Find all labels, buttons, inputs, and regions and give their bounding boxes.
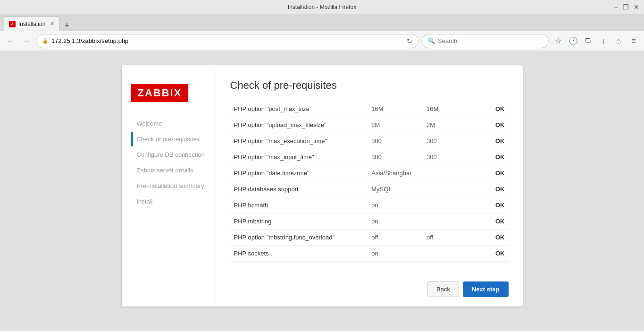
nav-icons: ☆ 🕐 🛡 ↓ ⌂ ≡ [552, 34, 640, 48]
row-required: 300 [368, 149, 423, 165]
browser-window: Installation - Mozilla Firefox – ❐ ✕ Z I… [0, 0, 644, 332]
sidebar-step-db: Configure DB connection [131, 147, 206, 162]
table-row: PHP option "mbstring.func_overload" off … [230, 230, 509, 246]
row-required: on [368, 197, 423, 213]
row-name: PHP gd [230, 262, 368, 267]
close-button[interactable]: ✕ [634, 3, 639, 11]
sidebar-step-install: Install [131, 194, 206, 209]
tab-label: Installation [18, 21, 45, 27]
row-status: OK [478, 133, 509, 149]
search-bar[interactable]: 🔍 [421, 34, 549, 48]
row-current: 300 [423, 133, 478, 149]
title-bar: Installation - Mozilla Firefox – ❐ ✕ [0, 0, 644, 14]
row-name: PHP databases support [230, 181, 368, 197]
bookmark-icon[interactable]: ☆ [552, 34, 565, 48]
row-name: PHP mbstring [230, 213, 368, 230]
prereq-table: PHP option "post_max_size" 16M 16M OK PH… [230, 101, 509, 266]
download-icon[interactable]: ↓ [597, 34, 610, 48]
row-current [423, 213, 478, 230]
home-icon[interactable]: ⌂ [612, 34, 625, 48]
table-row: PHP option "upload_max_filesize" 2M 2M O… [230, 117, 509, 133]
row-current: off [423, 230, 478, 246]
tab-bar: Z Installation ✕ + [0, 14, 644, 31]
table-row: PHP mbstring on OK [230, 213, 509, 230]
table-row: PHP option "max_input_time" 300 300 OK [230, 149, 509, 165]
search-input[interactable] [438, 37, 543, 44]
search-icon: 🔍 [427, 37, 435, 44]
row-current [423, 165, 478, 181]
installation-tab[interactable]: Z Installation ✕ [4, 17, 59, 31]
row-current: 16M [423, 101, 478, 117]
row-name: PHP bcmath [230, 197, 368, 213]
panel-title: Check of pre-requisites [230, 79, 509, 92]
sidebar-steps: Welcome Check of pre-requisites Configur… [131, 116, 206, 209]
sidebar-step-prereq: Check of pre-requisites [131, 132, 206, 146]
row-current [423, 197, 478, 213]
sidebar-step-welcome: Welcome [131, 116, 206, 131]
table-row: PHP bcmath on OK [230, 197, 509, 213]
panel-footer: Back Next step [230, 276, 509, 297]
back-button[interactable]: Back [427, 281, 459, 297]
row-required: MySQL [368, 181, 423, 197]
back-button[interactable]: ← [4, 34, 17, 48]
main-panel: Check of pre-requisites PHP option "post… [216, 65, 523, 306]
row-status: OK [478, 246, 509, 262]
lock-icon: 🔒 [42, 38, 49, 44]
table-row: PHP option "date.timezone" Asia/Shanghai… [230, 165, 509, 181]
restore-button[interactable]: ❐ [623, 3, 629, 11]
zabbix-logo: ZABBIX [131, 84, 189, 102]
table-row: PHP gd 2.1.0 2.0 OK [230, 262, 509, 267]
url-input[interactable] [51, 37, 404, 44]
new-tab-button[interactable]: + [62, 21, 71, 31]
row-name: PHP option "max_execution_time" [230, 133, 368, 149]
next-step-button[interactable]: Next step [463, 281, 509, 297]
row-required: 16M [368, 101, 423, 117]
sidebar-step-summary: Pre-installation summary [131, 179, 206, 193]
row-required: Asia/Shanghai [368, 165, 423, 181]
shield-icon[interactable]: 🛡 [582, 34, 595, 48]
tab-close-button[interactable]: ✕ [50, 21, 54, 27]
row-status: OK [478, 101, 509, 117]
window-title: Installation - Mozilla Firefox [288, 4, 356, 10]
history-icon[interactable]: 🕐 [567, 34, 580, 48]
row-status: OK [478, 165, 509, 181]
table-row: PHP databases support MySQL OK [230, 181, 509, 197]
row-current: 2.0 [423, 262, 478, 267]
table-row: PHP option "post_max_size" 16M 16M OK [230, 101, 509, 117]
reload-button[interactable]: ↻ [407, 37, 412, 45]
row-status: OK [478, 149, 509, 165]
row-name: PHP option "mbstring.func_overload" [230, 230, 368, 246]
minimize-button[interactable]: – [614, 3, 618, 11]
table-row: PHP option "max_execution_time" 300 300 … [230, 133, 509, 149]
row-current [423, 246, 478, 262]
row-name: PHP option "post_max_size" [230, 101, 368, 117]
sidebar: ZABBIX Welcome Check of pre-requisites C… [122, 65, 216, 306]
status-bar: https://blog.csdn.net/Cajasjasmine/ [0, 330, 644, 332]
main-content: ZABBIX Welcome Check of pre-requisites C… [0, 51, 644, 330]
row-required: 300 [368, 133, 423, 149]
address-bar[interactable]: 🔒 ↻ [36, 34, 418, 48]
tab-favicon: Z [9, 21, 16, 27]
row-name: PHP option "max_input_time" [230, 149, 368, 165]
row-name: PHP option "upload_max_filesize" [230, 117, 368, 133]
row-status: OK [478, 181, 509, 197]
row-required: on [368, 246, 423, 262]
row-status: OK [478, 197, 509, 213]
row-current: 300 [423, 149, 478, 165]
row-current [423, 181, 478, 197]
row-status: OK [478, 117, 509, 133]
row-current: 2M [423, 117, 478, 133]
sidebar-step-server: Zabbix server details [131, 163, 206, 178]
prereq-table-container[interactable]: PHP option "post_max_size" 16M 16M OK PH… [230, 101, 509, 266]
row-required: off [368, 230, 423, 246]
row-status: OK [478, 230, 509, 246]
menu-icon[interactable]: ≡ [627, 34, 640, 48]
forward-button[interactable]: → [20, 34, 33, 48]
nav-bar: ← → 🔒 ↻ 🔍 ☆ 🕐 🛡 ↓ ⌂ ≡ [0, 31, 644, 51]
row-status: OK [478, 213, 509, 230]
window-controls: – ❐ ✕ [614, 3, 639, 11]
install-card: ZABBIX Welcome Check of pre-requisites C… [122, 65, 523, 306]
row-required: on [368, 213, 423, 230]
row-name: PHP option "date.timezone" [230, 165, 368, 181]
row-name: PHP sockets [230, 246, 368, 262]
